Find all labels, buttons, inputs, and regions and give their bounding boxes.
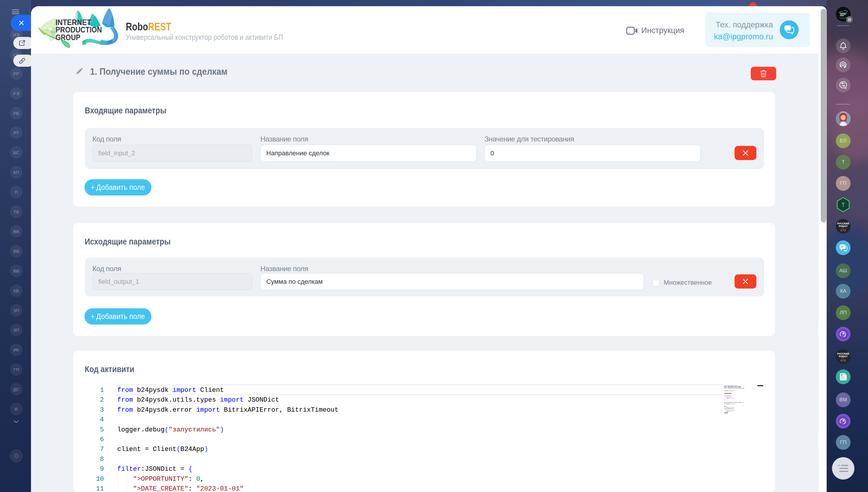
- svg-text:GROUP: GROUP: [55, 33, 80, 42]
- svg-text:T: T: [841, 202, 845, 208]
